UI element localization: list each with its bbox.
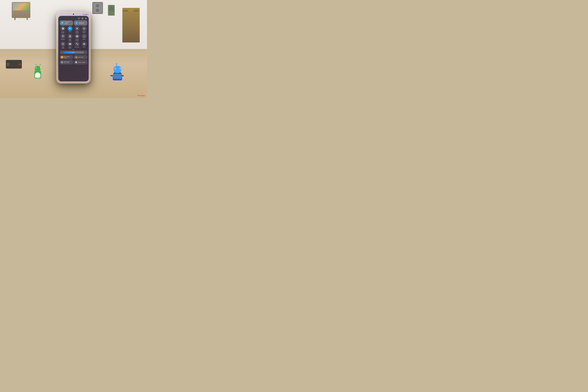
modes-icon	[82, 34, 86, 38]
display-row: ☀ Eye comfort shield 🌙 Dark mode	[60, 55, 87, 60]
power-saving-label: Powersaving	[68, 39, 71, 41]
airplane-icon	[82, 26, 86, 31]
hotspot-label: MobileHotspot	[75, 31, 78, 34]
toggle-do-not-disturb[interactable]: Do notdisturb	[60, 26, 66, 34]
status-icons: ⚡ ▦ ⊡ 95% ▪	[82, 14, 88, 15]
device-control-icon	[75, 61, 78, 64]
dnd-icon	[61, 26, 65, 31]
secure-folder-label: SecureFolder	[68, 46, 71, 49]
less-power-label: less power	[75, 46, 79, 48]
brightness-icon: ☀	[61, 52, 62, 53]
brightness-more-icon[interactable]: ⋮	[85, 52, 86, 53]
less-power-icon	[75, 42, 79, 46]
wifi-tile-info: The Iron Dome	[65, 22, 72, 24]
phone-wrapper: ⚡ ▦ ⊡ 95% ▪ ✏ ⏻ ⚙	[56, 12, 91, 84]
bottom-tiles: Smart View Mirror screen Device control	[60, 60, 87, 64]
hotspot-icon	[75, 26, 79, 31]
eye-comfort-label: Eye comfort shield	[64, 56, 72, 58]
wifi-status-icon: ▦	[83, 14, 84, 15]
secure-folder-icon	[68, 42, 72, 46]
bluetooth-label: Bluetooth	[79, 22, 84, 24]
bluetooth-icon-circle	[75, 21, 78, 24]
android-marshmallow	[32, 65, 43, 78]
modes-label: Modes	[83, 39, 86, 40]
status-bar: ⚡ ▦ ⊡ 95% ▪	[57, 13, 90, 16]
wifi-icon-circle	[61, 21, 64, 24]
multi-control-label: Multicontrol	[62, 46, 64, 49]
bluetooth-status-icon: ⚡	[82, 14, 83, 15]
brightness-track[interactable]	[63, 52, 84, 54]
flashlight-icon	[61, 34, 65, 38]
nes-controller	[6, 60, 22, 68]
toggle-modes[interactable]: Modes	[81, 34, 87, 41]
dnd-label: Do notdisturb	[62, 31, 64, 34]
edit-row: ✏ ⏻ ⚙	[60, 17, 87, 20]
multi-control-icon	[61, 42, 65, 46]
dot-1	[73, 50, 73, 50]
bluetooth-tile-info: Bluetooth	[79, 22, 84, 24]
toggle-grid: Do notdisturb Sound	[60, 26, 87, 49]
android-blue-figure	[112, 66, 124, 80]
eye-comfort-icon: ☀	[61, 56, 64, 58]
battery-icon: ▪	[88, 14, 88, 15]
watermark: Pocketlint	[138, 95, 145, 96]
smart-view-tile[interactable]: Smart View Mirror screen	[60, 60, 73, 64]
wifi-network-name: The Iron Dome	[65, 22, 72, 24]
toggle-power-saving[interactable]: Powersaving	[67, 34, 73, 41]
signal-icon: ⊡	[84, 14, 85, 15]
toggle-less-power[interactable]: less power	[74, 42, 80, 49]
device-control-label: Device control	[78, 62, 85, 63]
gear-icon[interactable]: ⚙	[85, 17, 87, 20]
toggle-airplane[interactable]: Airplanemode	[81, 26, 87, 34]
brightness-row: ☀ ⋮	[61, 52, 86, 54]
toggle-home[interactable]: Home	[81, 42, 87, 49]
device-control-text: Device control	[78, 62, 85, 63]
dark-mode-label: Dark mode	[78, 56, 83, 58]
toggle-screen-recorder[interactable]: Screenrecorder	[74, 34, 80, 41]
phone-screen: ⚡ ▦ ⊡ 95% ▪ ✏ ⏻ ⚙	[57, 13, 90, 82]
toggle-flashlight[interactable]: Flashlight	[60, 34, 66, 41]
toggle-secure-folder[interactable]: SecureFolder	[67, 42, 73, 49]
witch-figure	[108, 5, 115, 16]
retro-tv	[12, 2, 30, 18]
toggle-hotspot[interactable]: MobileHotspot	[74, 26, 80, 34]
smart-view-text: Smart View Mirror screen	[64, 61, 70, 64]
screen-recorder-label: Screenrecorder	[75, 39, 79, 41]
brightness-fill	[63, 52, 74, 54]
power-saving-icon	[68, 34, 72, 38]
power-icon[interactable]: ⏻	[81, 17, 84, 20]
smart-view-label: Smart View	[64, 61, 70, 62]
speaker	[92, 2, 103, 14]
dot-2	[74, 50, 74, 50]
battery-text: 95%	[86, 14, 88, 15]
screen-recorder-icon	[75, 34, 79, 38]
smart-view-icon	[61, 61, 64, 64]
watermark-accent: lint	[142, 95, 145, 96]
bluetooth-tile[interactable]: Bluetooth	[74, 20, 87, 26]
lego-castle	[122, 8, 140, 42]
toggle-sound[interactable]: Sound	[67, 26, 73, 34]
flashlight-label: Flashlight	[61, 39, 65, 40]
smart-view-sub: Mirror screen	[64, 62, 70, 64]
quick-settings-panel: ✏ ⏻ ⚙	[58, 16, 89, 81]
sound-label: Sound	[68, 31, 71, 32]
connectivity-tiles: The Iron Dome Bluetooth	[60, 20, 87, 26]
wifi-tile[interactable]: The Iron Dome	[60, 20, 73, 26]
sound-icon	[68, 26, 72, 31]
eye-comfort-tile[interactable]: ☀ Eye comfort shield	[60, 55, 73, 60]
home-icon	[82, 42, 86, 46]
toggle-multi-control[interactable]: Multicontrol	[60, 42, 66, 49]
device-control-tile[interactable]: Device control	[74, 60, 87, 64]
dark-mode-icon: 🌙	[75, 56, 78, 58]
page-dots	[60, 50, 87, 50]
phone-frame: ⚡ ▦ ⊡ 95% ▪ ✏ ⏻ ⚙	[56, 12, 91, 84]
watermark-brand: Pocket	[138, 95, 142, 96]
brightness-section: ☀ ⋮	[60, 50, 87, 54]
home-label: Home	[83, 46, 85, 48]
airplane-label: Airplanemode	[82, 31, 86, 34]
dark-mode-tile[interactable]: 🌙 Dark mode	[74, 55, 87, 60]
pencil-icon[interactable]: ✏	[78, 17, 80, 20]
